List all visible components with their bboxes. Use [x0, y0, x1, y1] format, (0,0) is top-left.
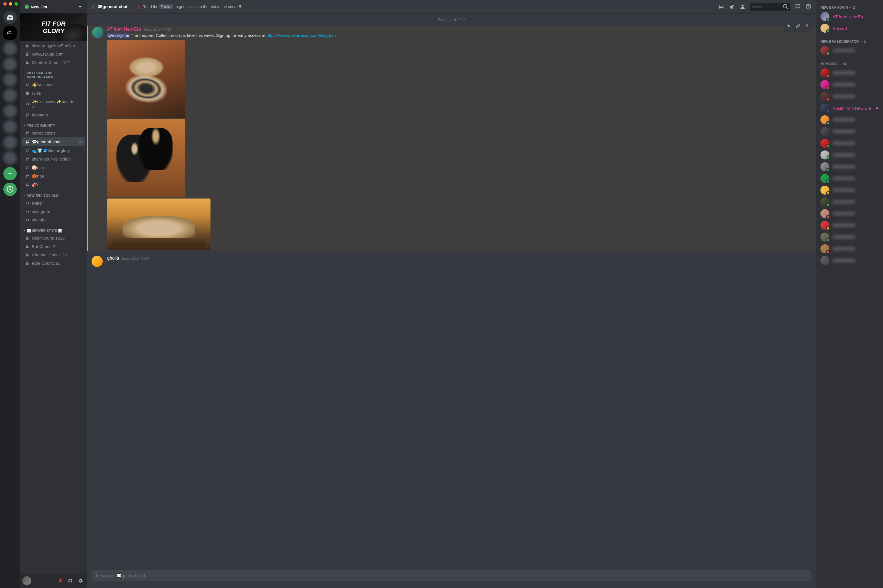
channel-user-count-1319[interactable]: User Count: 1319 [22, 234, 85, 242]
server-item[interactable] [3, 120, 17, 134]
member-item[interactable]: Edward [818, 22, 881, 34]
channel-share-your-collection[interactable]: share-your-collection [22, 155, 85, 163]
channel--welcome[interactable]: 👋welcome [22, 80, 85, 89]
channel-youtube[interactable]: youtube [22, 216, 85, 224]
channel-instagram[interactable]: instagram [22, 207, 85, 216]
threads-icon[interactable] [718, 4, 724, 10]
member-item[interactable] [818, 172, 881, 184]
link-icon[interactable] [793, 22, 802, 31]
attachment-image[interactable] [107, 40, 185, 118]
pinned-icon[interactable] [729, 4, 735, 10]
avatar[interactable] [820, 104, 829, 112]
avatar[interactable] [820, 12, 829, 21]
message-link[interactable]: https://www.neweracap.com/kingdom [267, 33, 336, 38]
reply-icon[interactable] [784, 22, 793, 31]
channel-boosters[interactable]: boosters [22, 111, 85, 119]
avatar[interactable] [820, 197, 829, 206]
home-button[interactable] [3, 10, 17, 24]
avatar[interactable] [820, 256, 829, 265]
members-toggle-icon[interactable] [739, 4, 746, 10]
avatar[interactable] [820, 68, 829, 77]
channel-twitter[interactable]: twitter [22, 199, 85, 207]
traffic-lights[interactable] [3, 2, 18, 6]
member-list[interactable]: NEW ERA ADMIN — 2AT from New EraEdwardNE… [816, 0, 883, 588]
member-item[interactable] [818, 79, 881, 90]
message-input[interactable]: Message #💬general-chat [91, 570, 811, 581]
server-item[interactable] [3, 57, 17, 71]
avatar[interactable] [820, 80, 829, 89]
create-invite-icon[interactable] [78, 139, 82, 144]
id-button[interactable]: ID [802, 22, 810, 31]
avatar[interactable] [820, 162, 829, 171]
channel--mlb[interactable]: ⚾mlb [22, 164, 85, 172]
message-list[interactable]: February 16, 2022 ID AT from New Era Tod… [87, 14, 816, 570]
server-item[interactable] [3, 42, 17, 55]
channel--exclusives-nec-dot-c-[interactable]: ✨exclusives✨nec-dot-c… [22, 98, 85, 111]
avatar[interactable] [820, 244, 829, 253]
settings-button[interactable] [76, 576, 85, 585]
avatar[interactable] [820, 127, 829, 136]
help-icon[interactable] [805, 4, 811, 10]
channel--general-chat[interactable]: 💬general-chat [22, 137, 85, 146]
close-window-icon[interactable] [3, 2, 7, 6]
server-header[interactable]: ✓New Era [20, 0, 87, 14]
self-avatar[interactable] [22, 576, 31, 585]
search-input[interactable] [752, 5, 783, 9]
search-box[interactable] [750, 3, 790, 10]
attachment-image[interactable] [107, 198, 210, 250]
channel--nfl[interactable]: 🏈nfl [22, 181, 85, 189]
minimize-window-icon[interactable] [9, 2, 12, 6]
avatar[interactable] [820, 186, 829, 195]
channel-list[interactable]: discord.gg/NewEraCapNewEraCap.comMember … [20, 41, 87, 573]
channel-category[interactable]: THE COMMUNITY [22, 119, 85, 129]
attachment-image[interactable] [107, 119, 185, 197]
avatar[interactable] [820, 24, 829, 33]
channel--fits-for-glory[interactable]: 👟👕🧢fits-for-glory [22, 146, 85, 154]
explore-servers-button[interactable] [3, 183, 17, 196]
member-item[interactable] [818, 184, 881, 196]
channel-rules[interactable]: rules [22, 89, 85, 97]
message-toolbar[interactable]: ID [784, 22, 810, 31]
rules-channel-link[interactable]: # rules [159, 4, 173, 9]
avatar[interactable] [820, 115, 829, 124]
channel--nba[interactable]: 🏀nba [22, 172, 85, 180]
channel-channel-count-28[interactable]: Channel Count: 28 [22, 251, 85, 259]
avatar[interactable] [820, 174, 829, 183]
member-item[interactable] [818, 149, 881, 161]
avatar[interactable] [820, 209, 829, 218]
message-author[interactable]: AT from New Era [107, 27, 141, 32]
avatar[interactable] [91, 256, 103, 267]
channel-role-count-11[interactable]: Role Count: 11 [22, 259, 85, 267]
channel-category[interactable]: 📊 SERVER STATS 📊 [22, 224, 85, 234]
server-item[interactable] [3, 136, 17, 149]
server-item[interactable] [3, 73, 17, 87]
inbox-icon[interactable] [795, 4, 801, 10]
server-new-era[interactable] [3, 26, 17, 40]
avatar[interactable] [820, 150, 829, 159]
member-item[interactable] [818, 67, 881, 79]
member-item[interactable] [818, 137, 881, 149]
channel-introductions[interactable]: introductions [22, 129, 85, 137]
member-item[interactable]: AT from New Era [818, 10, 881, 22]
server-item[interactable] [3, 152, 17, 165]
channel-neweracap-com[interactable]: NewEraCap.com [22, 50, 85, 58]
avatar[interactable] [92, 27, 103, 38]
avatar[interactable] [820, 232, 829, 242]
add-server-button[interactable]: + [3, 167, 17, 180]
channel-bot-count-2[interactable]: Bot Count: 2 [22, 242, 85, 250]
member-item[interactable]: Austin from New Era◈ [818, 102, 881, 114]
member-item[interactable] [818, 219, 881, 231]
avatar[interactable] [820, 139, 829, 148]
avatar[interactable] [820, 92, 829, 101]
maximize-window-icon[interactable] [15, 2, 18, 6]
mention-everyone[interactable]: @everyone [107, 33, 130, 38]
member-item[interactable] [818, 126, 881, 137]
avatar[interactable] [820, 221, 829, 230]
member-item[interactable] [818, 114, 881, 126]
member-item[interactable] [818, 45, 881, 56]
channel-category[interactable]: NEW ERA SOCIALS [22, 189, 85, 199]
member-item[interactable] [818, 90, 881, 102]
deafen-button[interactable] [66, 576, 75, 585]
member-item[interactable] [818, 243, 881, 255]
member-item[interactable] [818, 196, 881, 208]
